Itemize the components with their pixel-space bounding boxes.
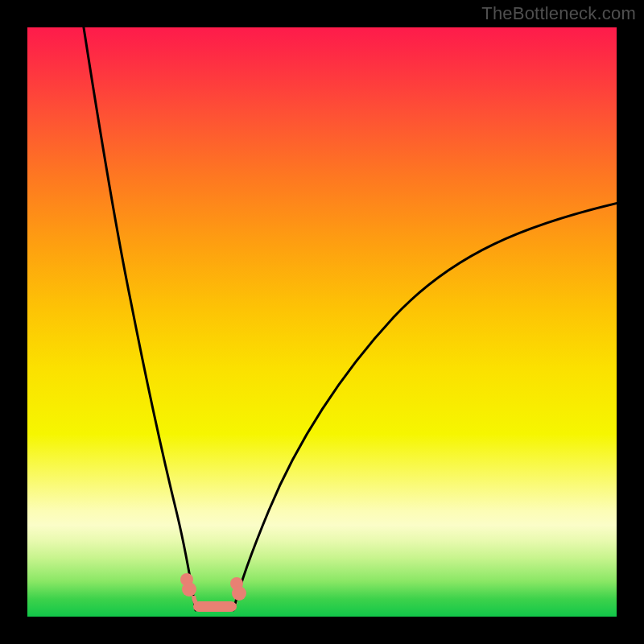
right-curve <box>233 203 617 610</box>
bottom-marker-cluster <box>180 573 246 612</box>
chart-container: TheBottleneck.com <box>0 0 644 644</box>
watermark-text: TheBottleneck.com <box>481 3 636 24</box>
marker-dot <box>182 582 196 597</box>
marker-u-fill <box>193 601 237 612</box>
plot-area <box>27 27 617 617</box>
marker-dot <box>232 586 246 601</box>
left-curve <box>83 27 196 610</box>
chart-svg <box>27 27 617 617</box>
